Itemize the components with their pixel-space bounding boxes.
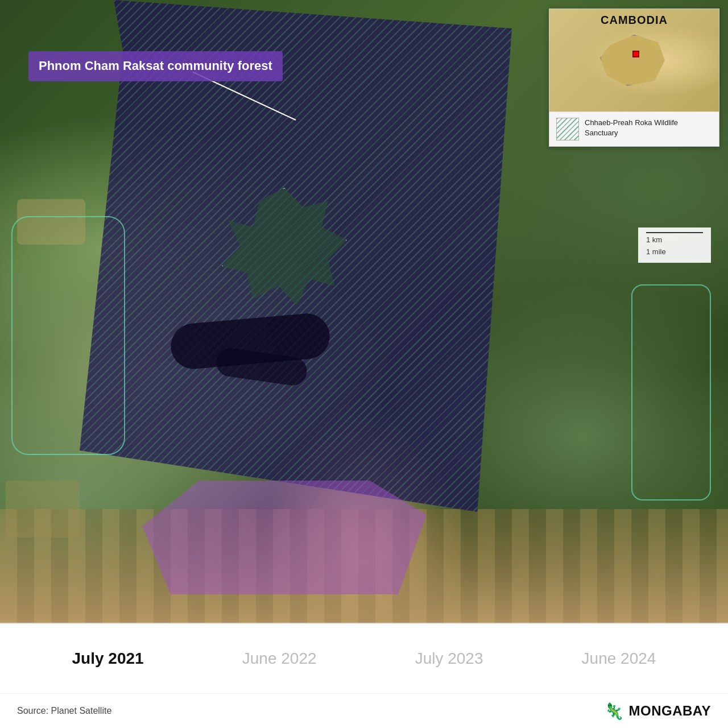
timeline-item-1[interactable]: June 2022 <box>231 645 328 672</box>
agri-patch-bottomleft <box>6 481 80 537</box>
source-bar: Source: Planet Satellite 🦎 MONGABAY <box>0 694 728 728</box>
cleared-area <box>142 481 427 594</box>
cambodia-map-image: CAMBODIA <box>549 9 719 111</box>
bottom-bar: July 2021 June 2022 July 2023 June 2024 … <box>0 623 728 728</box>
legend-item: Chhaeb-Preah Roka Wildlife Sanctuary <box>556 118 712 140</box>
timeline-item-3[interactable]: June 2024 <box>570 645 668 672</box>
inset-map: CAMBODIA Chhaeb-Preah Roka Wildlife Sanc… <box>549 9 719 147</box>
source-text: Source: Planet Satellite <box>17 706 111 716</box>
forest-label-text: Phnom Cham Raksat community forest <box>39 59 272 73</box>
forest-label: Phnom Cham Raksat community forest <box>28 51 283 81</box>
country-label: CAMBODIA <box>601 14 668 27</box>
scale-km: 1 km <box>646 234 703 246</box>
mongabay-logo: 🦎 MONGABAY <box>604 702 711 721</box>
main-container: Phnom Cham Raksat community forest CAMBO… <box>0 0 728 728</box>
timeline-item-0[interactable]: July 2021 <box>61 645 155 672</box>
inset-legend: Chhaeb-Preah Roka Wildlife Sanctuary <box>549 111 719 146</box>
legend-hatch-icon <box>556 118 579 140</box>
timeline: July 2021 June 2022 July 2023 June 2024 <box>0 624 728 694</box>
location-marker <box>632 51 639 57</box>
scale-bar: 1 km 1 mile <box>638 228 711 263</box>
legend-label: Chhaeb-Preah Roka Wildlife Sanctuary <box>585 118 712 138</box>
brand-name: MONGABAY <box>629 703 711 719</box>
map-area: Phnom Cham Raksat community forest CAMBO… <box>0 0 728 623</box>
left-boundary-outline <box>11 216 125 455</box>
timeline-item-2[interactable]: July 2023 <box>404 645 495 672</box>
gecko-icon: 🦎 <box>604 702 624 721</box>
cambodia-shape <box>600 35 668 86</box>
scale-mile: 1 mile <box>646 246 703 258</box>
scale-line <box>646 232 703 233</box>
right-boundary-outline <box>631 284 711 500</box>
